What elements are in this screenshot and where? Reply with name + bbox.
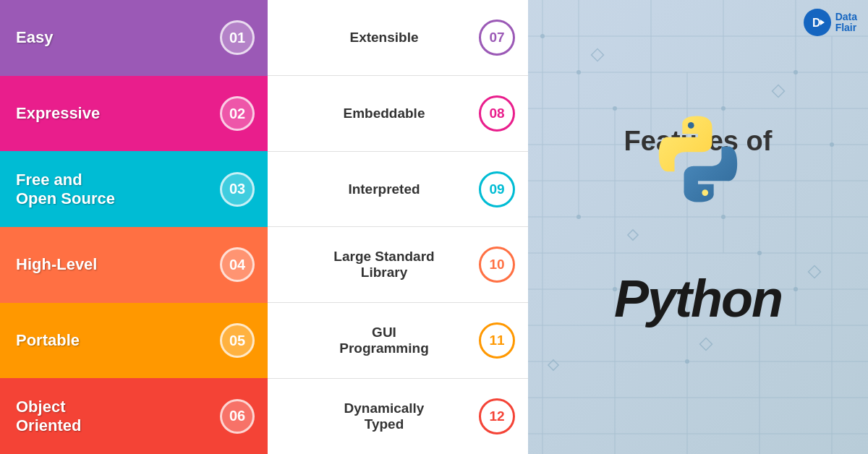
feature-bar-object-oriented: Object Oriented 06 — [0, 378, 268, 454]
feature-label-object-oriented: Object Oriented — [16, 398, 220, 435]
svg-point-46 — [688, 122, 694, 129]
feature-label-extensible: Extensible — [289, 30, 479, 46]
feature-label-interpreted: Interpreted — [289, 181, 479, 197]
feature-item-extensible: Extensible 07 — [268, 0, 528, 76]
feature-label-gui-programming: GUI Programming — [289, 325, 479, 356]
feature-bar-portable: Portable 05 — [0, 303, 268, 379]
feature-label-high-level: High-Level — [16, 255, 220, 274]
feature-number-05: 05 — [220, 323, 255, 358]
feature-number-04: 04 — [220, 247, 255, 282]
feature-number-03: 03 — [220, 172, 255, 207]
feature-number-01: 01 — [220, 20, 255, 55]
feature-number-08: 08 — [479, 95, 515, 132]
feature-bar-expressive: Expressive 02 — [0, 76, 268, 152]
dataflair-name: Data Flair — [835, 12, 857, 34]
feature-label-easy: Easy — [16, 28, 220, 47]
feature-label-expressive: Expressive — [16, 104, 220, 123]
feature-number-07: 07 — [479, 20, 515, 56]
feature-label-embeddable: Embeddable — [289, 106, 479, 121]
dataflair-line2: Flair — [835, 22, 857, 33]
branding-column: D Data Flair Features of — [528, 0, 868, 454]
svg-point-47 — [702, 189, 708, 196]
feature-number-12: 12 — [479, 398, 515, 434]
dataflair-logo: D Data Flair — [804, 9, 857, 36]
feature-item-gui-programming: GUI Programming 11 — [268, 303, 528, 379]
feature-number-06: 06 — [220, 399, 255, 434]
feature-label-large-standard-library: Large Standard Library — [289, 249, 479, 280]
feature-item-large-standard-library: Large Standard Library 10 — [268, 227, 528, 303]
feature-label-free-open-source: Free and Open Source — [16, 171, 220, 208]
feature-bar-high-level: High-Level 04 — [0, 227, 268, 303]
python-title: Python — [614, 269, 782, 328]
feature-number-02: 02 — [220, 96, 255, 131]
feature-item-embeddable: Embeddable 08 — [268, 76, 528, 152]
python-logo-main — [651, 112, 745, 206]
feature-number-10: 10 — [479, 247, 515, 283]
feature-bar-free-open-source: Free and Open Source 03 — [0, 151, 268, 227]
feature-item-dynamically-typed: Dynamically Typed 12 — [268, 379, 528, 454]
feature-item-interpreted: Interpreted 09 — [268, 152, 528, 228]
dataflair-line1: Data — [835, 12, 857, 22]
feature-bar-easy: Easy 01 — [0, 0, 268, 76]
feature-label-dynamically-typed: Dynamically Typed — [289, 401, 479, 432]
svg-text:D: D — [812, 17, 821, 29]
left-features-column: Easy 01 Expressive 02 Free and Open Sour… — [0, 0, 268, 454]
feature-number-11: 11 — [479, 322, 515, 359]
right-features-column: Extensible 07 Embeddable 08 Interpreted … — [268, 0, 528, 454]
dataflair-icon: D — [804, 9, 831, 36]
feature-number-09: 09 — [479, 171, 515, 207]
feature-label-portable: Portable — [16, 331, 220, 350]
